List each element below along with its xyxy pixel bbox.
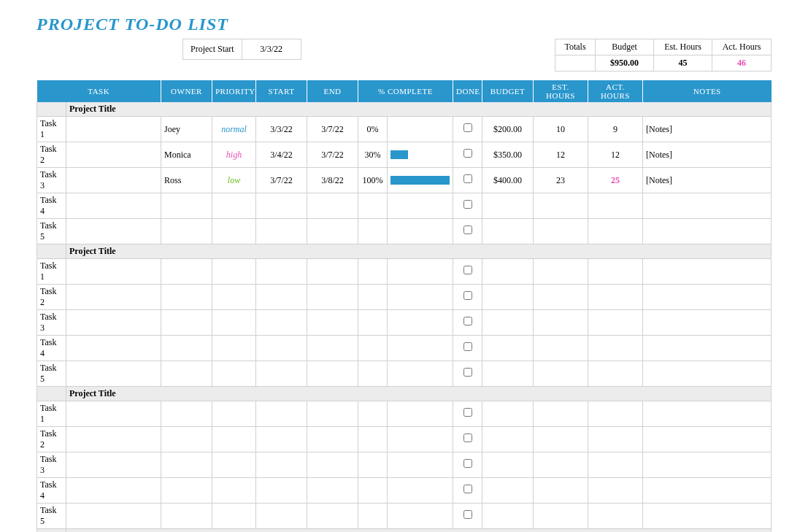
start-cell[interactable]	[256, 193, 307, 219]
owner-cell[interactable]	[161, 504, 212, 529]
task-pad[interactable]	[66, 117, 161, 142]
pct-text-cell[interactable]: 100%	[358, 168, 388, 193]
done-cell[interactable]	[453, 452, 482, 478]
end-cell[interactable]: 3/7/22	[307, 142, 358, 168]
done-checkbox[interactable]	[463, 510, 472, 519]
acthrs-cell[interactable]	[588, 193, 643, 219]
done-checkbox[interactable]	[463, 225, 472, 234]
budget-cell[interactable]	[482, 193, 534, 219]
end-cell[interactable]	[307, 285, 358, 310]
task-pad[interactable]	[66, 452, 161, 478]
notes-cell[interactable]	[643, 504, 772, 529]
owner-cell[interactable]	[161, 452, 212, 478]
task-pad[interactable]	[66, 142, 161, 168]
start-cell[interactable]: 3/4/22	[256, 142, 307, 168]
task-pad[interactable]	[66, 361, 161, 387]
esthrs-cell[interactable]: 12	[534, 142, 588, 168]
priority-cell[interactable]	[212, 427, 256, 452]
budget-cell[interactable]	[482, 336, 534, 361]
esthrs-cell[interactable]	[534, 219, 588, 244]
task-name[interactable]: Task 1	[37, 401, 66, 427]
notes-cell[interactable]	[643, 285, 772, 310]
priority-cell[interactable]	[212, 401, 256, 427]
pct-text-cell[interactable]	[358, 193, 388, 219]
end-cell[interactable]	[307, 478, 358, 504]
owner-cell[interactable]	[161, 361, 212, 387]
owner-cell[interactable]	[161, 310, 212, 336]
priority-cell[interactable]	[212, 193, 256, 219]
done-cell[interactable]	[453, 219, 482, 244]
pct-text-cell[interactable]: 0%	[358, 117, 388, 142]
esthrs-cell[interactable]: 23	[534, 168, 588, 193]
done-checkbox[interactable]	[463, 342, 472, 351]
owner-cell[interactable]	[161, 193, 212, 219]
task-pad[interactable]	[66, 193, 161, 219]
budget-cell[interactable]	[482, 219, 534, 244]
budget-cell[interactable]	[482, 259, 534, 285]
start-cell[interactable]	[256, 504, 307, 529]
esthrs-cell[interactable]	[534, 504, 588, 529]
end-cell[interactable]: 3/7/22	[307, 117, 358, 142]
start-cell[interactable]	[256, 401, 307, 427]
priority-cell[interactable]	[212, 310, 256, 336]
pct-text-cell[interactable]: 30%	[358, 142, 388, 168]
notes-cell[interactable]	[643, 310, 772, 336]
end-cell[interactable]	[307, 336, 358, 361]
acthrs-cell[interactable]	[588, 478, 643, 504]
pct-text-cell[interactable]	[358, 259, 388, 285]
pct-text-cell[interactable]	[358, 285, 388, 310]
esthrs-cell[interactable]: 10	[534, 117, 588, 142]
priority-cell[interactable]	[212, 478, 256, 504]
section-title[interactable]: Project Title	[66, 244, 772, 259]
pct-text-cell[interactable]	[358, 219, 388, 244]
task-pad[interactable]	[66, 259, 161, 285]
project-start-value[interactable]: 3/3/22	[242, 39, 301, 59]
task-pad[interactable]	[66, 168, 161, 193]
done-cell[interactable]	[453, 285, 482, 310]
pct-text-cell[interactable]	[358, 504, 388, 529]
notes-cell[interactable]	[643, 401, 772, 427]
done-checkbox[interactable]	[463, 123, 472, 132]
acthrs-cell[interactable]	[588, 259, 643, 285]
start-cell[interactable]	[256, 336, 307, 361]
priority-cell[interactable]	[212, 452, 256, 478]
task-name[interactable]: Task 5	[37, 361, 66, 387]
pct-text-cell[interactable]	[358, 336, 388, 361]
section-title[interactable]: Project Title	[66, 529, 772, 532]
notes-cell[interactable]: [Notes]	[643, 117, 772, 142]
start-cell[interactable]	[256, 452, 307, 478]
done-cell[interactable]	[453, 168, 482, 193]
end-cell[interactable]	[307, 452, 358, 478]
owner-cell[interactable]	[161, 427, 212, 452]
task-name[interactable]: Task 3	[37, 452, 66, 478]
priority-cell[interactable]	[212, 336, 256, 361]
start-cell[interactable]	[256, 478, 307, 504]
notes-cell[interactable]	[643, 336, 772, 361]
task-name[interactable]: Task 4	[37, 336, 66, 361]
start-cell[interactable]: 3/3/22	[256, 117, 307, 142]
budget-cell[interactable]	[482, 478, 534, 504]
done-cell[interactable]	[453, 193, 482, 219]
acthrs-cell[interactable]	[588, 401, 643, 427]
owner-cell[interactable]	[161, 478, 212, 504]
pct-text-cell[interactable]	[358, 310, 388, 336]
section-title[interactable]: Project Title	[66, 387, 772, 401]
acthrs-cell[interactable]	[588, 452, 643, 478]
start-cell[interactable]: 3/7/22	[256, 168, 307, 193]
budget-cell[interactable]	[482, 452, 534, 478]
task-pad[interactable]	[66, 219, 161, 244]
end-cell[interactable]	[307, 504, 358, 529]
esthrs-cell[interactable]	[534, 336, 588, 361]
acthrs-cell[interactable]	[588, 285, 643, 310]
end-cell[interactable]	[307, 219, 358, 244]
done-cell[interactable]	[453, 310, 482, 336]
owner-cell[interactable]: Monica	[161, 142, 212, 168]
done-cell[interactable]	[453, 427, 482, 452]
esthrs-cell[interactable]	[534, 401, 588, 427]
task-pad[interactable]	[66, 285, 161, 310]
end-cell[interactable]	[307, 427, 358, 452]
task-name[interactable]: Task 2	[37, 142, 66, 168]
done-checkbox[interactable]	[463, 317, 472, 325]
task-pad[interactable]	[66, 310, 161, 336]
done-checkbox[interactable]	[463, 408, 472, 417]
